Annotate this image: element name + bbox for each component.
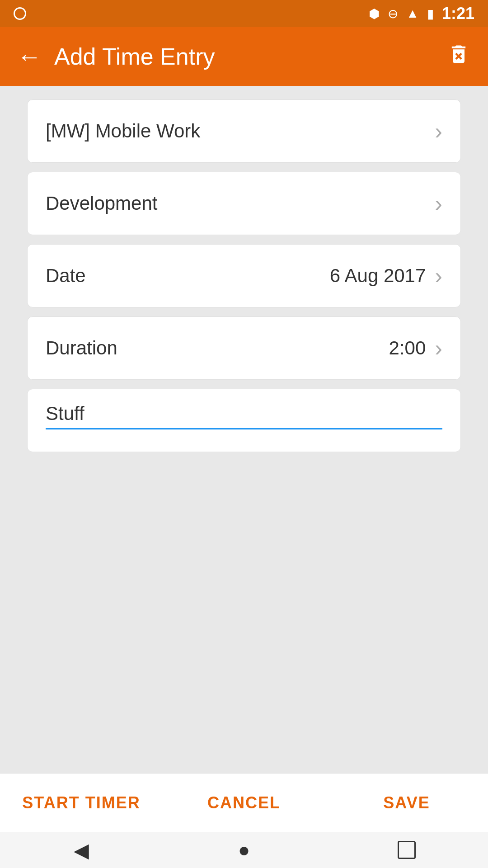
category-row[interactable]: Development › — [27, 172, 461, 235]
delete-button[interactable] — [443, 41, 474, 72]
date-label: Date — [46, 265, 86, 287]
date-row[interactable]: Date 6 Aug 2017 › — [27, 244, 461, 307]
nav-square-button[interactable] — [380, 836, 434, 863]
main-content: [MW] Mobile Work › Development › Date 6 … — [0, 86, 488, 773]
toolbar: ← Add Time Entry — [0, 27, 488, 86]
notes-container — [27, 389, 461, 452]
category-chevron-icon: › — [435, 190, 442, 217]
back-icon: ← — [17, 42, 42, 71]
page-title: Add Time Entry — [54, 43, 443, 70]
status-bar-right: ⬢ ⊖ ▲ ▮ 1:21 — [369, 4, 474, 23]
bottom-bar: START TIMER CANCEL SAVE — [0, 773, 488, 832]
status-time: 1:21 — [442, 4, 474, 23]
duration-label: Duration — [46, 337, 117, 359]
signal-icon: ▲ — [406, 6, 419, 21]
duration-chevron-icon: › — [435, 335, 442, 361]
duration-value: 2:00 › — [389, 335, 442, 361]
notes-input[interactable] — [46, 403, 442, 429]
battery-icon: ▮ — [427, 6, 434, 21]
status-bar-left — [14, 7, 26, 20]
nav-bar: ◀ ● — [0, 832, 488, 868]
nav-square-icon — [398, 841, 416, 859]
delete-icon — [447, 42, 470, 71]
date-chevron-icon: › — [435, 263, 442, 289]
project-label: [MW] Mobile Work — [46, 120, 200, 142]
back-button[interactable]: ← — [14, 41, 45, 72]
nav-home-icon: ● — [238, 839, 250, 861]
project-row[interactable]: [MW] Mobile Work › — [27, 99, 461, 163]
nav-back-button[interactable]: ◀ — [54, 836, 108, 863]
duration-row[interactable]: Duration 2:00 › — [27, 316, 461, 380]
status-bar: ⬢ ⊖ ▲ ▮ 1:21 — [0, 0, 488, 27]
project-chevron-icon: › — [435, 118, 442, 144]
status-circle-icon — [14, 7, 26, 20]
nav-back-icon: ◀ — [74, 839, 89, 862]
cancel-button[interactable]: CANCEL — [163, 774, 325, 832]
minus-icon: ⊖ — [388, 6, 398, 21]
start-timer-button[interactable]: START TIMER — [0, 774, 163, 832]
date-value: 6 Aug 2017 › — [330, 263, 442, 289]
bluetooth-icon: ⬢ — [369, 6, 380, 21]
save-button[interactable]: SAVE — [325, 774, 488, 832]
category-label: Development — [46, 193, 157, 214]
nav-home-button[interactable]: ● — [217, 836, 271, 863]
